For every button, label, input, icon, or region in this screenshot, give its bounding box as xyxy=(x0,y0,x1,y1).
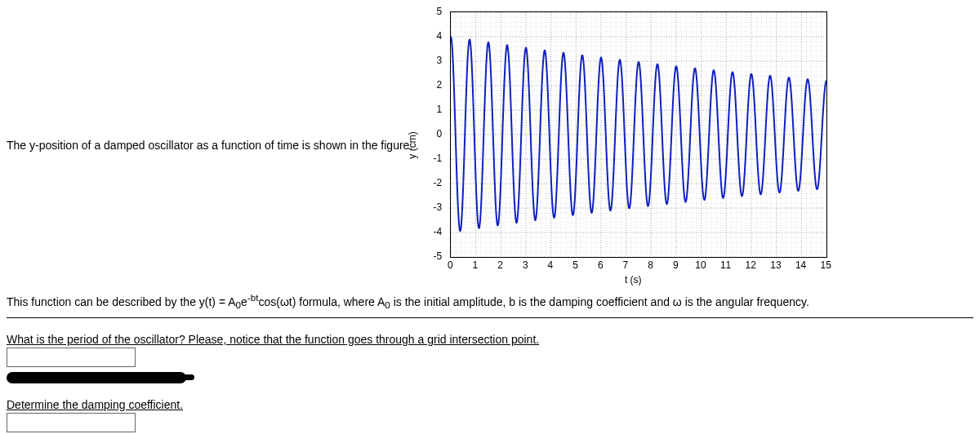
y-tick-label: -4 xyxy=(421,226,442,237)
oscillator-curve xyxy=(451,37,826,231)
x-tick-label: 1 xyxy=(473,259,479,271)
x-tick-label: 15 xyxy=(821,259,831,271)
y-tick-label: 2 xyxy=(421,79,442,91)
y-tick-label: -5 xyxy=(421,250,442,262)
x-tick-label: 11 xyxy=(720,259,731,271)
y-tick-label: -2 xyxy=(421,177,442,188)
x-tick-label: 0 xyxy=(448,259,453,271)
x-tick-label: 3 xyxy=(523,259,528,271)
plot-area xyxy=(450,11,827,258)
redaction xyxy=(7,372,186,383)
y-tick-label: 1 xyxy=(421,104,442,115)
y-axis-label: y (cm) xyxy=(407,131,418,158)
x-tick-label: 14 xyxy=(795,259,806,271)
question-period: What is the period of the oscillator? Pl… xyxy=(7,333,539,346)
formula-description: This function can be described by the y(… xyxy=(7,290,973,312)
chart-svg xyxy=(451,12,826,257)
x-tick-label: 2 xyxy=(497,259,503,271)
y-ticks: 543210-1-2-3-4-5 xyxy=(421,11,447,256)
x-axis-label: t (s) xyxy=(625,274,642,286)
y-tick-label: -3 xyxy=(421,202,442,213)
x-tick-label: 13 xyxy=(770,259,781,271)
x-tick-label: 10 xyxy=(695,259,706,271)
x-tick-label: 4 xyxy=(548,259,554,271)
damping-input[interactable] xyxy=(7,413,136,432)
divider xyxy=(7,317,973,318)
period-input[interactable] xyxy=(7,348,136,367)
y-tick-label: 3 xyxy=(421,55,442,66)
y-tick-label: 4 xyxy=(421,30,442,42)
x-ticks: 0123456789101112131415 xyxy=(450,259,826,274)
y-tick-label: -1 xyxy=(421,153,442,164)
y-tick-label: 5 xyxy=(421,6,442,17)
x-tick-label: 9 xyxy=(673,259,679,271)
question-damping: Determine the damping coefficient. xyxy=(7,398,183,411)
x-tick-label: 5 xyxy=(572,259,578,271)
chart: y (cm) 543210-1-2-3-4-5 0123456789101112… xyxy=(421,7,845,284)
x-tick-label: 12 xyxy=(746,259,756,271)
y-tick-label: 0 xyxy=(421,128,442,140)
intro-text: The y-position of a damped oscillator as… xyxy=(7,139,412,152)
x-tick-label: 8 xyxy=(648,259,653,271)
x-tick-label: 6 xyxy=(598,259,604,271)
x-tick-label: 7 xyxy=(623,259,629,271)
